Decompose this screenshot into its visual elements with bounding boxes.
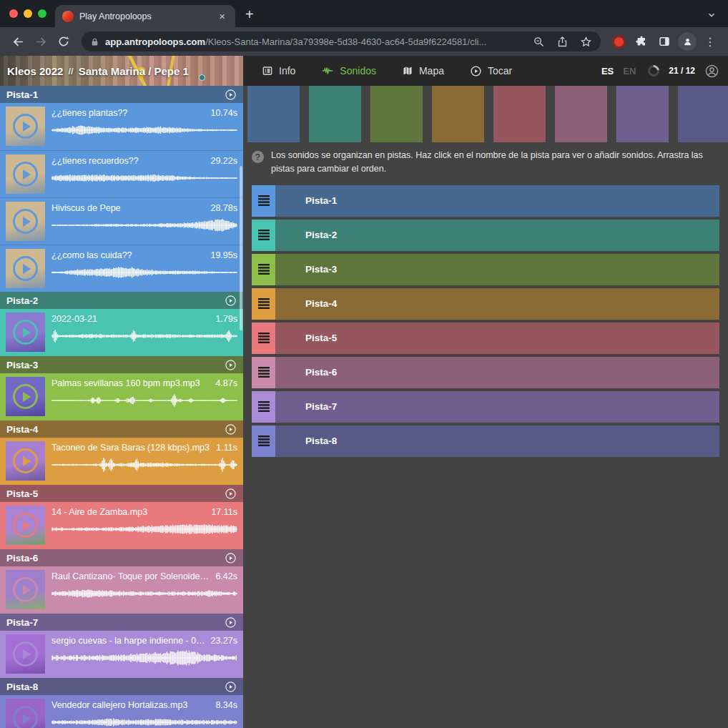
window-close-button[interactable]	[9, 9, 18, 18]
track-color-swatch[interactable]	[678, 86, 728, 142]
browser-tab[interactable]: Play Antropoloops ×	[55, 5, 235, 27]
clip-waveform[interactable]	[51, 714, 237, 728]
account-icon[interactable]	[704, 64, 719, 79]
track-row[interactable]: Pista-8	[252, 426, 719, 457]
track-header[interactable]: Pista-1	[0, 86, 243, 103]
clip-waveform[interactable]	[51, 393, 237, 408]
clip-play-button[interactable]	[13, 114, 38, 139]
clip-waveform[interactable]	[51, 265, 237, 280]
track-color-swatch[interactable]	[493, 86, 546, 142]
audio-clip[interactable]: ¿¿como las cuida?? 19.95s	[0, 245, 243, 292]
track-play-button[interactable]	[225, 423, 237, 436]
clip-play-button[interactable]	[13, 577, 38, 602]
track-header[interactable]: Pista-8	[0, 678, 243, 695]
forward-icon[interactable]	[30, 31, 51, 52]
clip-waveform[interactable]	[51, 586, 237, 601]
bookmark-star-icon[interactable]	[580, 36, 592, 48]
clip-waveform[interactable]	[51, 122, 237, 138]
drag-handle[interactable]	[252, 391, 275, 423]
track-row[interactable]: Pista-4	[252, 288, 719, 320]
nav-item-mapa[interactable]: Mapa	[402, 65, 444, 77]
clip-play-button[interactable]	[13, 641, 38, 666]
clip-waveform[interactable]	[51, 650, 237, 666]
track-color-swatch[interactable]	[616, 86, 669, 142]
url-bar[interactable]: app.antropoloops.com/Kleos-Santa-Marina/…	[82, 31, 601, 51]
share-icon[interactable]	[556, 36, 569, 48]
audio-clip[interactable]: 2022-03-21 1.79s	[0, 309, 243, 356]
record-extension-icon[interactable]	[608, 31, 629, 52]
drag-handle[interactable]	[252, 185, 275, 217]
drag-handle[interactable]	[252, 426, 275, 457]
clip-play-button[interactable]	[13, 513, 38, 538]
reload-icon[interactable]	[53, 31, 74, 52]
language-es-button[interactable]: ES	[601, 66, 614, 77]
track-play-button[interactable]	[225, 681, 237, 693]
track-color-swatch[interactable]	[370, 86, 423, 142]
nav-item-sonidos[interactable]: Sonidos	[321, 65, 376, 77]
track-header[interactable]: Pista-2	[0, 292, 243, 309]
audio-clip[interactable]: Raul Cantizano- Toque por Solenoide.mp3 …	[0, 566, 243, 614]
track-play-button[interactable]	[225, 488, 237, 500]
track-play-button[interactable]	[225, 616, 237, 629]
track-play-button[interactable]	[225, 552, 237, 564]
language-en-button[interactable]: EN	[623, 66, 636, 77]
tab-close-icon[interactable]: ×	[216, 9, 228, 23]
track-header[interactable]: Pista-3	[0, 356, 243, 373]
extensions-puzzle-icon[interactable]	[631, 31, 652, 52]
audio-clip[interactable]: Hiviscus de Pepe 28.78s	[0, 197, 243, 245]
new-tab-button[interactable]: +	[245, 7, 254, 21]
track-row[interactable]: Pista-6	[252, 357, 719, 388]
track-play-button[interactable]	[225, 295, 237, 307]
browser-menu-kebab-icon[interactable]: ⋮	[699, 31, 721, 52]
browser-profile-avatar[interactable]	[677, 31, 698, 52]
window-minimize-button[interactable]	[24, 9, 32, 18]
drag-handle[interactable]	[252, 357, 275, 388]
clip-waveform[interactable]	[51, 217, 237, 233]
drag-handle[interactable]	[252, 288, 275, 320]
drag-handle[interactable]	[252, 323, 275, 354]
track-row[interactable]: Pista-1	[252, 185, 719, 217]
clip-play-button[interactable]	[13, 209, 38, 234]
track-row[interactable]: Pista-7	[252, 391, 719, 423]
audio-clip[interactable]: Palmas sevillanas 160 bpm mp3.mp3 4.87s	[0, 373, 243, 420]
audio-clip[interactable]: 14 - Aire de Zamba.mp3 17.11s	[0, 502, 243, 549]
side-panel-icon[interactable]	[654, 31, 675, 52]
audio-clip[interactable]: Vendedor callejero Hortalizas.mp3 8.34s	[0, 695, 243, 728]
sidebar-scrollbar-thumb[interactable]	[240, 166, 242, 330]
track-header[interactable]: Pista-6	[0, 549, 243, 566]
audio-clip[interactable]: ¿¿tienes recuerdos?? 29.22s	[0, 150, 243, 197]
clip-play-button[interactable]	[13, 448, 38, 473]
nav-item-tocar[interactable]: Tocar	[470, 65, 512, 77]
track-row[interactable]: Pista-3	[252, 254, 719, 285]
clip-play-button[interactable]	[13, 256, 38, 281]
track-header[interactable]: Pista-5	[0, 485, 243, 502]
clip-waveform[interactable]	[51, 328, 237, 344]
drag-handle[interactable]	[252, 254, 275, 285]
clip-waveform[interactable]	[51, 170, 237, 186]
audio-clip[interactable]: Taconeo de Sara Baras (128 kbps).mp3 1.1…	[0, 438, 243, 485]
track-row[interactable]: Pista-2	[252, 220, 719, 251]
clip-waveform[interactable]	[51, 457, 237, 473]
clip-waveform[interactable]	[51, 521, 237, 537]
tab-search-chevron-icon[interactable]	[707, 10, 717, 20]
track-play-button[interactable]	[225, 89, 237, 101]
nav-item-info[interactable]: Info	[262, 65, 295, 77]
track-header[interactable]: Pista-4	[0, 420, 243, 438]
project-map-thumbnail[interactable]: Kleos 2022 // Santa Marina / Pepe 1	[0, 56, 243, 86]
clip-play-button[interactable]	[13, 320, 38, 345]
window-zoom-button[interactable]	[38, 9, 46, 18]
clip-play-button[interactable]	[13, 706, 38, 728]
clip-play-button[interactable]	[13, 384, 38, 409]
track-color-swatch[interactable]	[432, 86, 484, 142]
zoom-out-icon[interactable]	[533, 36, 545, 48]
back-icon[interactable]	[7, 31, 29, 52]
track-row[interactable]: Pista-5	[252, 323, 719, 354]
track-header[interactable]: Pista-7	[0, 614, 243, 631]
audio-clip[interactable]: ¿¿tienes plantas?? 10.74s	[0, 103, 243, 150]
lock-icon[interactable]	[90, 37, 99, 46]
drag-handle[interactable]	[252, 220, 275, 251]
audio-clip[interactable]: sergio cuevas - la harpe indienne - 03 -…	[0, 631, 243, 678]
clip-play-button[interactable]	[13, 162, 38, 187]
track-color-swatch[interactable]	[247, 86, 300, 142]
track-color-swatch[interactable]	[555, 86, 607, 142]
